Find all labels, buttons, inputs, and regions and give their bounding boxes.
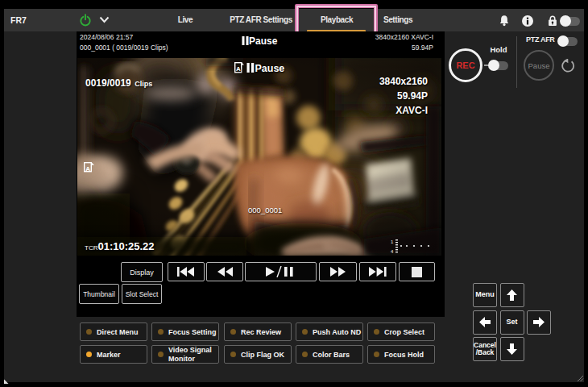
svg-text:4: 4: [391, 249, 394, 254]
svg-text:A: A: [85, 165, 90, 173]
svg-text:1: 1: [391, 239, 394, 244]
svg-text:A: A: [236, 65, 241, 73]
